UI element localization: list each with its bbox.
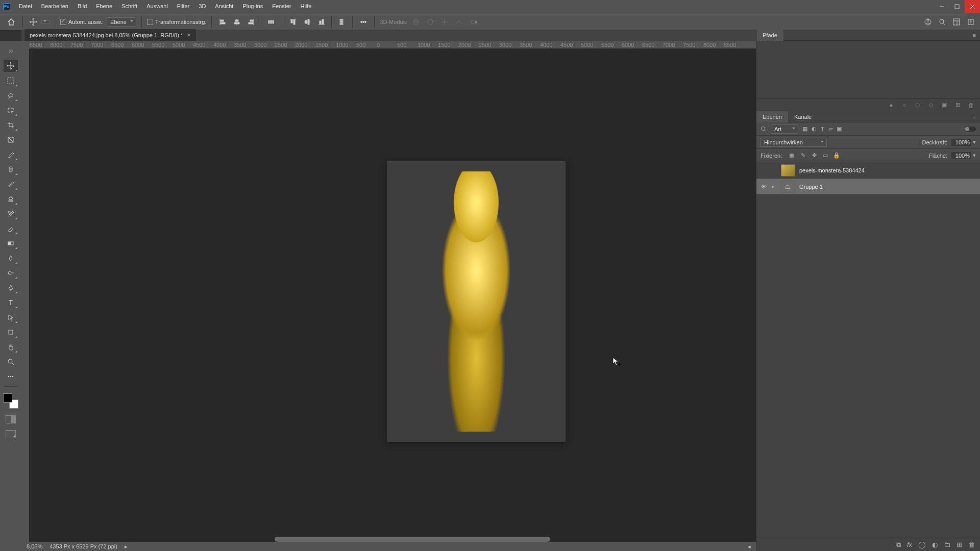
blur-tool[interactable] bbox=[4, 252, 18, 264]
layer-name[interactable]: pexels-monstera-5384424 bbox=[799, 167, 865, 173]
menu-filter[interactable]: Filter bbox=[173, 0, 194, 13]
layer-item[interactable]: 👁▸🗀Gruppe 1 bbox=[756, 179, 980, 195]
workspace-switcher-button[interactable] bbox=[952, 18, 961, 26]
menu-bild[interactable]: Bild bbox=[73, 0, 91, 13]
menu-hilfe[interactable]: Hilfe bbox=[296, 0, 316, 13]
add-mask-icon[interactable]: ▣ bbox=[940, 101, 948, 109]
align-center-h-button[interactable] bbox=[231, 16, 242, 28]
filter-adjustment-icon[interactable]: ◐ bbox=[812, 126, 817, 132]
fill-path-icon[interactable]: ● bbox=[887, 101, 895, 109]
layer-item[interactable]: pexels-monstera-5384424 bbox=[756, 162, 980, 179]
lock-all-icon[interactable]: 🔒 bbox=[833, 152, 840, 159]
chevron-down-icon[interactable]: ▾ bbox=[973, 152, 976, 159]
ruler-origin[interactable] bbox=[21, 41, 30, 49]
dodge-tool[interactable] bbox=[4, 267, 18, 279]
cloud-docs-button[interactable] bbox=[924, 18, 932, 26]
auto-select-target-dropdown[interactable]: Ebene bbox=[107, 17, 136, 27]
selection-to-path-icon[interactable]: ◇ bbox=[927, 101, 935, 109]
menu-schrift[interactable]: Schrift bbox=[117, 0, 142, 13]
home-button[interactable] bbox=[5, 16, 17, 28]
lock-nested-icon[interactable]: ▭ bbox=[822, 152, 829, 159]
crop-tool[interactable] bbox=[4, 119, 18, 131]
paths-tab[interactable]: Pfade bbox=[756, 30, 783, 41]
document-tab[interactable]: pexels-monstera-5384424.jpg bei 8,05% (G… bbox=[24, 29, 196, 41]
brush-tool[interactable] bbox=[4, 178, 18, 190]
layer-expand-toggle[interactable]: ▸ bbox=[772, 183, 777, 190]
status-chevron-right-icon[interactable]: ▸ bbox=[125, 543, 128, 550]
horizontal-scrollbar[interactable] bbox=[30, 537, 756, 542]
frame-tool[interactable] bbox=[4, 134, 18, 146]
window-minimize-button[interactable] bbox=[934, 0, 949, 13]
layer-thumbnail[interactable] bbox=[781, 164, 795, 177]
3d-zoom-button[interactable] bbox=[468, 16, 479, 28]
screen-mode-button[interactable] bbox=[6, 430, 16, 438]
layer-list[interactable]: pexels-monstera-5384424👁▸🗀Gruppe 1 bbox=[756, 162, 980, 538]
adjustment-layer-icon[interactable]: ◐ bbox=[932, 541, 938, 548]
align-left-button[interactable] bbox=[217, 16, 228, 28]
canvas-viewport[interactable] bbox=[30, 49, 756, 542]
type-tool[interactable] bbox=[4, 296, 18, 309]
menu-auswahl[interactable]: Auswahl bbox=[142, 0, 173, 13]
layer-visibility-toggle[interactable]: 👁 bbox=[760, 184, 768, 190]
3d-slide-button[interactable] bbox=[453, 16, 464, 28]
blend-mode-dropdown[interactable]: Hindurchwirken bbox=[761, 138, 827, 147]
layers-tab[interactable]: Ebenen bbox=[756, 111, 788, 122]
align-bottom-button[interactable] bbox=[316, 16, 327, 28]
filter-toggle[interactable] bbox=[965, 127, 976, 132]
align-top-button[interactable] bbox=[287, 16, 299, 28]
window-close-button[interactable] bbox=[965, 0, 980, 13]
panel-collapse-icon[interactable] bbox=[4, 45, 18, 57]
status-zoom[interactable]: 8,05% bbox=[27, 543, 42, 549]
menu-ansicht[interactable]: Ansicht bbox=[210, 0, 238, 13]
3d-orbit-button[interactable] bbox=[410, 16, 422, 28]
lasso-tool[interactable] bbox=[4, 89, 18, 102]
gradient-tool[interactable] bbox=[4, 237, 18, 249]
chevron-down-icon[interactable]: ▾ bbox=[973, 139, 976, 145]
delete-path-icon[interactable]: 🗑 bbox=[967, 101, 975, 109]
link-layers-icon[interactable]: ⧉ bbox=[896, 541, 901, 549]
filter-smart-icon[interactable]: ▣ bbox=[837, 126, 842, 132]
eraser-tool[interactable] bbox=[4, 222, 18, 235]
quick-select-tool[interactable] bbox=[4, 104, 18, 116]
path-select-tool[interactable] bbox=[4, 311, 18, 323]
menu-datei[interactable]: Datei bbox=[14, 0, 37, 13]
lock-image-icon[interactable]: ✎ bbox=[799, 152, 806, 159]
delete-layer-icon[interactable]: 🗑 bbox=[968, 541, 975, 548]
fill-input[interactable] bbox=[951, 152, 971, 159]
move-tool[interactable] bbox=[4, 60, 18, 72]
new-path-icon[interactable]: ⊞ bbox=[953, 101, 962, 109]
move-tool-preset-dropdown[interactable] bbox=[41, 20, 50, 23]
history-brush-tool[interactable] bbox=[4, 208, 18, 220]
color-swatches[interactable] bbox=[3, 393, 18, 409]
status-doc-info[interactable]: 4353 Px x 6529 Px (72 ppi) bbox=[50, 543, 117, 549]
path-to-selection-icon[interactable]: ◌ bbox=[914, 101, 922, 109]
vertical-ruler[interactable] bbox=[21, 49, 30, 542]
horizontal-ruler[interactable]: 8500800075007000650060005500500045004000… bbox=[30, 41, 756, 49]
search-button[interactable] bbox=[938, 18, 946, 26]
3d-roll-button[interactable] bbox=[425, 16, 436, 28]
filter-type-icon[interactable]: T bbox=[821, 126, 824, 132]
filter-shape-icon[interactable]: ▱ bbox=[828, 126, 832, 132]
more-align-button[interactable] bbox=[358, 16, 369, 28]
close-tab-icon[interactable]: × bbox=[187, 31, 191, 39]
window-maximize-button[interactable] bbox=[949, 0, 965, 13]
healing-brush-tool[interactable] bbox=[4, 163, 18, 176]
panel-menu-icon[interactable]: ≡ bbox=[969, 32, 980, 38]
clone-stamp-tool[interactable] bbox=[4, 193, 18, 205]
distribute-v-button[interactable] bbox=[336, 16, 347, 28]
pen-tool[interactable] bbox=[4, 282, 18, 294]
lock-transparency-icon[interactable]: ▦ bbox=[788, 152, 795, 159]
eyedropper-tool[interactable] bbox=[4, 148, 18, 161]
hand-tool[interactable] bbox=[4, 341, 18, 353]
transform-controls-checkbox[interactable]: Transformationsstrg. bbox=[147, 19, 206, 25]
align-right-button[interactable] bbox=[246, 16, 257, 28]
document-canvas[interactable] bbox=[387, 161, 566, 442]
edit-toolbar-button[interactable] bbox=[4, 370, 18, 383]
share-button[interactable] bbox=[967, 18, 975, 26]
3d-pan-button[interactable] bbox=[439, 16, 450, 28]
quick-mask-button[interactable] bbox=[6, 415, 16, 423]
paths-list[interactable] bbox=[756, 41, 980, 98]
menu-ebene[interactable]: Ebene bbox=[91, 0, 117, 13]
menu-plug-ins[interactable]: Plug-ins bbox=[238, 0, 267, 13]
distribute-h-button[interactable] bbox=[265, 16, 277, 28]
